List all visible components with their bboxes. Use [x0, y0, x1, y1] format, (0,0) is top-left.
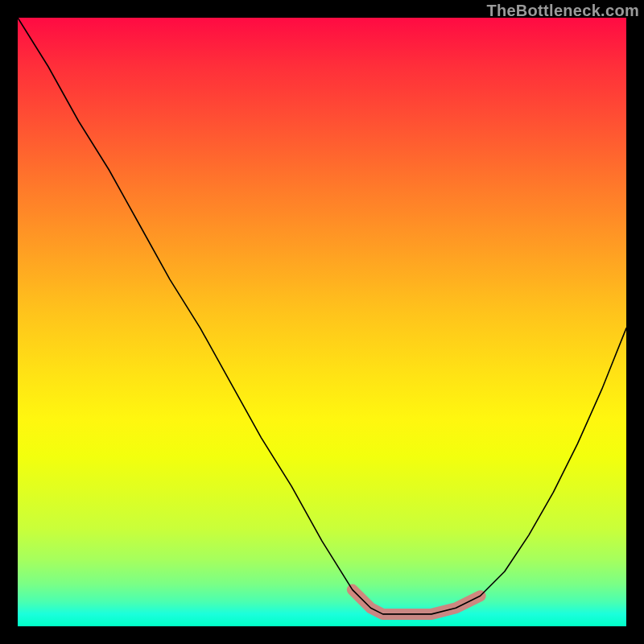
chart-stage: TheBottleneck.com	[0, 0, 644, 644]
watermark-text: TheBottleneck.com	[486, 2, 639, 20]
chart-overlay	[18, 18, 626, 626]
series-line	[18, 18, 626, 614]
series-highlight	[353, 590, 481, 614]
